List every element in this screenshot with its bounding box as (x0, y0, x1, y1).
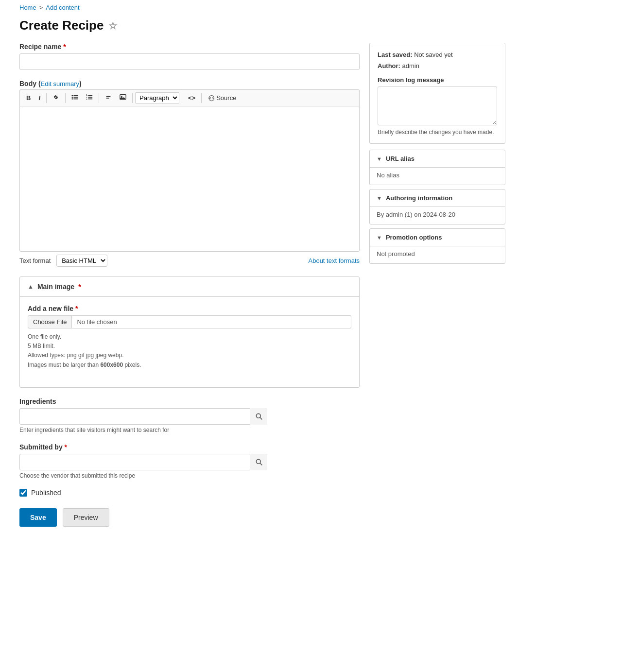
breadcrumb-add-content[interactable]: Add content (46, 4, 79, 11)
main-image-label: Main image (37, 283, 74, 291)
svg-point-0 (71, 95, 73, 96)
save-button[interactable]: Save (19, 508, 57, 527)
file-name-display: No file chosen (72, 315, 351, 328)
toolbar-sep-4 (132, 93, 133, 103)
toolbar-sep-6 (201, 93, 202, 103)
author-row: Author: admin (378, 62, 497, 69)
breadcrumb: Home > Add content (0, 0, 622, 15)
ingredients-input[interactable] (19, 408, 267, 425)
about-text-formats-link[interactable]: About text formats (309, 257, 360, 264)
published-label: Published (31, 489, 61, 497)
toolbar-sep-1 (46, 93, 47, 103)
code-button[interactable]: <> (185, 92, 199, 103)
revision-log-label: Revision log message (378, 76, 497, 84)
main-image-section: ▲ Main image * Add a new file * Choose F… (19, 276, 360, 388)
blockquote-icon (105, 94, 112, 101)
content-wrapper: Recipe name * Body (Edit summary) B I (0, 43, 622, 546)
authoring-info-value: By admin (1) on 2024-08-20 (377, 211, 455, 218)
last-saved-value: Not saved yet (414, 51, 453, 58)
svg-rect-11 (88, 99, 92, 100)
text-format-label: Text format (19, 257, 51, 264)
ingredients-input-wrapper (19, 408, 267, 425)
svg-rect-3 (73, 97, 78, 98)
submitted-by-label: Submitted by * (19, 443, 360, 451)
file-input-row: Choose File No file chosen (28, 315, 351, 328)
svg-line-15 (260, 417, 262, 419)
numbered-list-button[interactable]: 1. 2. 3. (83, 92, 96, 104)
authoring-info-header[interactable]: ▼ Authoring information (370, 190, 505, 207)
chevron-down-icon-promo: ▼ (377, 235, 382, 241)
submitted-by-hint: Choose the vendor that submitted this re… (19, 472, 360, 479)
main-image-body: Add a new file * Choose File No file cho… (20, 296, 359, 387)
authoring-info-label: Authoring information (386, 194, 452, 202)
bullet-list-icon (71, 94, 78, 101)
paragraph-select[interactable]: Paragraph (135, 92, 179, 103)
bullet-list-button[interactable] (68, 92, 82, 104)
revision-log-section: Revision log message Briefly describe th… (378, 76, 497, 136)
url-alias-value: No alias (377, 172, 399, 179)
svg-rect-1 (73, 95, 78, 96)
sidebar: Last saved: Not saved yet Author: admin … (369, 43, 505, 527)
revision-log-hint: Briefly describe the changes you have ma… (378, 129, 497, 136)
submitted-by-field: Submitted by * Choose the vendor that su… (19, 443, 360, 479)
recipe-name-input[interactable] (19, 53, 360, 70)
svg-point-2 (71, 97, 73, 98)
breadcrumb-sep1: > (39, 4, 43, 11)
authoring-info-section: ▼ Authoring information By admin (1) on … (369, 189, 505, 224)
choose-file-button[interactable]: Choose File (28, 315, 72, 328)
italic-button[interactable]: I (35, 92, 44, 103)
body-editor[interactable] (19, 106, 360, 252)
preview-button[interactable]: Preview (63, 508, 109, 527)
submitted-by-input-wrapper (19, 454, 267, 470)
svg-rect-7 (88, 95, 92, 96)
blockquote-button[interactable] (102, 92, 115, 104)
ingredients-hint: Enter ingredients that site visitors mig… (19, 427, 360, 433)
source-icon (207, 95, 214, 102)
favorite-icon[interactable]: ☆ (108, 20, 117, 32)
source-button[interactable]: Source (204, 92, 240, 103)
chevron-down-icon-auth: ▼ (377, 195, 382, 201)
image-button[interactable] (116, 92, 130, 104)
main-image-required: * (78, 283, 81, 291)
recipe-name-label: Recipe name * (19, 43, 360, 51)
page-title: Create Recipe (19, 18, 104, 33)
main-image-header[interactable]: ▲ Main image * (20, 277, 359, 296)
constraint-pixels: Images must be larger than 600x600 pixel… (28, 361, 351, 370)
promotion-options-header[interactable]: ▼ Promotion options (370, 229, 505, 246)
authoring-info-body: By admin (1) on 2024-08-20 (370, 207, 505, 224)
revision-log-textarea[interactable] (378, 86, 497, 125)
url-alias-header[interactable]: ▼ URL alias (370, 150, 505, 167)
promotion-options-value: Not promoted (377, 250, 415, 258)
svg-point-16 (256, 459, 260, 464)
body-section: Body (Edit summary) B I (19, 80, 360, 267)
published-row: Published (19, 489, 360, 497)
constraint-size: 5 MB limit. (28, 342, 351, 351)
author-label: Author: (378, 62, 400, 69)
action-buttons: Save Preview (19, 508, 360, 527)
svg-rect-5 (73, 99, 78, 100)
link-button[interactable] (49, 92, 63, 104)
text-format-select[interactable]: Basic HTML Full HTML Plain text (56, 255, 107, 267)
constraint-one: One file only. (28, 332, 351, 342)
bold-button[interactable]: B (23, 92, 34, 103)
page-title-row: Create Recipe ☆ (0, 15, 622, 43)
link-icon (52, 94, 59, 101)
search-icon (255, 413, 263, 420)
submitted-by-search-button[interactable] (250, 454, 267, 470)
last-saved-label: Last saved: (378, 51, 413, 58)
breadcrumb-home[interactable]: Home (19, 4, 36, 11)
svg-text:3.: 3. (86, 98, 88, 101)
url-alias-body: No alias (370, 167, 505, 185)
url-alias-label: URL alias (386, 155, 415, 162)
toolbar-sep-3 (99, 93, 99, 103)
submitted-by-input[interactable] (19, 454, 267, 470)
published-checkbox[interactable] (19, 489, 27, 497)
required-asterisk: * (61, 43, 66, 51)
chevron-up-icon: ▲ (28, 283, 34, 290)
promotion-options-body: Not promoted (370, 246, 505, 263)
url-alias-section: ▼ URL alias No alias (369, 150, 505, 185)
ingredients-search-button[interactable] (250, 408, 267, 425)
edit-summary-link[interactable]: Edit summary (41, 80, 79, 87)
chevron-down-icon-url: ▼ (377, 156, 382, 162)
main-form: Recipe name * Body (Edit summary) B I (19, 43, 360, 527)
